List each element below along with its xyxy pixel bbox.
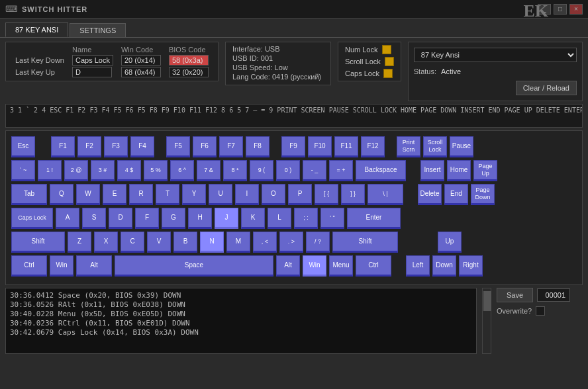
key-minus[interactable]: - _ — [303, 160, 326, 181]
key-down[interactable]: Down — [432, 255, 456, 277]
key-lshift[interactable]: Shift — [11, 232, 65, 253]
key-t[interactable]: T — [156, 184, 179, 205]
key-7[interactable]: 7 & — [197, 160, 220, 181]
overwrite-checkbox[interactable] — [536, 306, 545, 316]
key-quote[interactable]: ' " — [320, 208, 344, 229]
log-scrollbar[interactable] — [482, 288, 491, 354]
key-y[interactable]: Y — [182, 184, 206, 205]
key-rbracket[interactable]: ] } — [341, 184, 365, 205]
key-1[interactable]: 1 ! — [38, 160, 62, 181]
key-tab[interactable]: Tab — [11, 184, 47, 205]
key-equals[interactable]: = + — [329, 160, 353, 181]
key-print-screen[interactable]: PrintScrn — [397, 136, 420, 157]
key-c[interactable]: C — [121, 232, 144, 253]
key-a[interactable]: A — [56, 208, 79, 229]
key-f9[interactable]: F9 — [281, 136, 305, 157]
save-button[interactable]: Save — [497, 288, 533, 302]
key-space[interactable]: Space — [115, 255, 273, 277]
key-l[interactable]: L — [268, 208, 291, 229]
key-rwin[interactable]: Win — [303, 255, 326, 277]
key-enter[interactable]: Enter — [347, 208, 401, 229]
key-w[interactable]: W — [76, 184, 100, 205]
key-lalt[interactable]: Alt — [76, 255, 112, 277]
key-insert[interactable]: Insert — [420, 160, 444, 181]
key-s[interactable]: S — [82, 208, 106, 229]
key-d[interactable]: D — [109, 208, 132, 229]
key-b[interactable]: B — [173, 232, 197, 253]
key-x[interactable]: X — [94, 232, 118, 253]
last-key-down-bioscode: 58 (0x3a) — [169, 55, 209, 65]
key-3[interactable]: 3 # — [91, 160, 115, 181]
key-scroll-lock[interactable]: ScrollLock — [423, 136, 447, 157]
key-pause[interactable]: Pause — [450, 136, 473, 157]
key-rshift[interactable]: Shift — [332, 232, 398, 253]
key-backslash[interactable]: \ | — [368, 184, 403, 205]
key-5[interactable]: 5 % — [144, 160, 168, 181]
key-v[interactable]: V — [147, 232, 171, 253]
right-bottom: Save 00001 Overwrite? — [497, 288, 583, 354]
key-up[interactable]: Up — [438, 232, 462, 253]
key-f6[interactable]: F6 — [193, 136, 217, 157]
key-p[interactable]: P — [288, 184, 312, 205]
key-left[interactable]: Left — [406, 255, 430, 277]
key-u[interactable]: U — [209, 184, 232, 205]
key-delete[interactable]: Delete — [418, 184, 442, 205]
clear-reload-button[interactable]: Clear / Reload — [516, 81, 577, 95]
key-f[interactable]: F — [135, 208, 159, 229]
key-i[interactable]: I — [235, 184, 259, 205]
key-r[interactable]: R — [129, 184, 153, 205]
key-end[interactable]: End — [444, 184, 468, 205]
key-lwin[interactable]: Win — [50, 255, 74, 277]
key-f4[interactable]: F4 — [130, 136, 154, 157]
key-9[interactable]: 9 ( — [250, 160, 273, 181]
key-f5[interactable]: F5 — [166, 136, 190, 157]
key-menu[interactable]: Menu — [329, 255, 353, 277]
key-q[interactable]: Q — [50, 184, 74, 205]
key-j[interactable]: J — [215, 208, 238, 229]
key-lbracket[interactable]: [ { — [315, 184, 338, 205]
key-2[interactable]: 2 @ — [64, 160, 88, 181]
key-rctrl[interactable]: Ctrl — [356, 255, 391, 277]
key-page-up[interactable]: PageUp — [473, 160, 497, 181]
log-scrollbar-thumb[interactable] — [483, 291, 491, 311]
key-lctrl[interactable]: Ctrl — [11, 255, 47, 277]
close-button[interactable]: × — [569, 4, 583, 15]
key-f11[interactable]: F11 — [334, 136, 358, 157]
key-z[interactable]: Z — [68, 232, 91, 253]
keyboard-select[interactable]: 87 Key Ansi — [414, 48, 577, 62]
key-caps-lock[interactable]: Caps Lock — [11, 208, 53, 229]
key-f12[interactable]: F12 — [361, 136, 385, 157]
key-h[interactable]: H — [188, 208, 212, 229]
key-o[interactable]: O — [262, 184, 285, 205]
key-page-down[interactable]: PageDown — [471, 184, 495, 205]
key-f1[interactable]: F1 — [51, 136, 75, 157]
maximize-button[interactable]: □ — [554, 4, 567, 15]
key-home[interactable]: Home — [447, 160, 471, 181]
right-panel: 87 Key Ansi Status: Active Clear / Reloa… — [408, 42, 583, 101]
key-e[interactable]: E — [103, 184, 126, 205]
key-8[interactable]: 8 * — [223, 160, 247, 181]
key-ralt[interactable]: Alt — [276, 255, 300, 277]
key-f3[interactable]: F3 — [104, 136, 128, 157]
tab-settings[interactable]: SETTINGS — [70, 23, 126, 37]
key-m[interactable]: M — [226, 232, 250, 253]
key-semicolon[interactable]: ; : — [294, 208, 318, 229]
tab-87key[interactable]: 87 KEY ANSI — [5, 22, 68, 37]
key-slash[interactable]: / ? — [306, 232, 330, 253]
key-4[interactable]: 4 $ — [117, 160, 141, 181]
key-f2[interactable]: F2 — [77, 136, 101, 157]
key-f7[interactable]: F7 — [219, 136, 243, 157]
key-esc[interactable]: Esc — [11, 136, 35, 157]
key-f8[interactable]: F8 — [246, 136, 270, 157]
key-6[interactable]: 6 ^ — [170, 160, 194, 181]
key-backspace[interactable]: Backspace — [356, 160, 406, 181]
key-period[interactable]: . > — [279, 232, 303, 253]
key-0[interactable]: 0 ) — [276, 160, 300, 181]
key-f10[interactable]: F10 — [308, 136, 332, 157]
key-right[interactable]: Right — [459, 255, 483, 277]
key-k[interactable]: K — [241, 208, 265, 229]
key-backtick[interactable]: ` ~ — [11, 160, 35, 181]
key-n[interactable]: N — [200, 232, 224, 253]
key-g[interactable]: G — [162, 208, 185, 229]
key-comma[interactable]: , < — [253, 232, 277, 253]
